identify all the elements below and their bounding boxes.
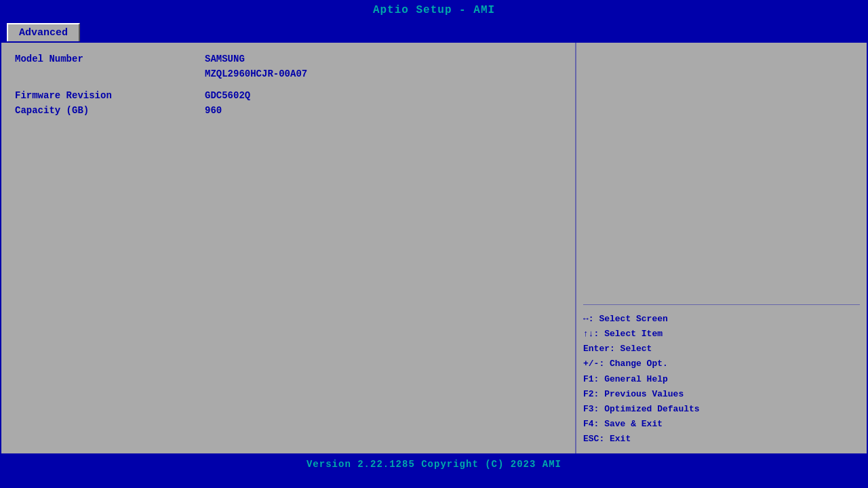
firmware-revision-value: GDC5602Q <box>205 90 250 101</box>
help-line-4: F1: General Help <box>583 372 860 387</box>
help-line-2: Enter: Select <box>583 342 860 357</box>
bios-footer: Version 2.22.1285 Copyright (C) 2023 AMI <box>0 455 868 475</box>
help-line-7: F4: Save & Exit <box>583 417 860 432</box>
help-line-6: F3: Optimized Defaults <box>583 402 860 417</box>
help-line-5: F2: Previous Values <box>583 387 860 402</box>
help-line-8: ESC: Exit <box>583 432 860 447</box>
capacity-label: Capacity (GB) <box>15 105 205 116</box>
model-number-row2: MZQL2960HCJR-00A07 <box>15 68 561 79</box>
model-number-value-line1: SAMSUNG <box>205 54 245 64</box>
model-number-row: Model Number SAMSUNG <box>15 54 561 64</box>
main-content: Model Number SAMSUNG MZQL2960HCJR-00A07 … <box>0 41 868 455</box>
capacity-value: 960 <box>205 105 222 116</box>
help-line-0: ↔: Select Screen <box>583 312 860 327</box>
firmware-revision-row: Firmware Revision GDC5602Q <box>15 90 561 101</box>
right-panel: ↔: Select Screen ↑↓: Select Item Enter: … <box>576 43 867 453</box>
model-number-group: Model Number SAMSUNG MZQL2960HCJR-00A07 <box>15 54 561 79</box>
header-title: Aptio Setup - AMI <box>373 4 495 16</box>
firmware-revision-group: Firmware Revision GDC5602Q Capacity (GB)… <box>15 90 561 116</box>
model-number-label: Model Number <box>15 54 205 64</box>
tab-bar: Advanced <box>0 20 868 41</box>
model-number-value-line2: MZQL2960HCJR-00A07 <box>205 68 307 79</box>
help-line-3: +/-: Change Opt. <box>583 357 860 371</box>
model-number-label2 <box>15 68 205 79</box>
help-section: ↔: Select Screen ↑↓: Select Item Enter: … <box>583 304 860 447</box>
bios-header: Aptio Setup - AMI <box>0 0 868 20</box>
footer-text: Version 2.22.1285 Copyright (C) 2023 AMI <box>307 459 561 470</box>
firmware-revision-label: Firmware Revision <box>15 90 205 101</box>
capacity-row: Capacity (GB) 960 <box>15 105 561 116</box>
help-line-1: ↑↓: Select Item <box>583 327 860 342</box>
left-panel: Model Number SAMSUNG MZQL2960HCJR-00A07 … <box>1 43 576 453</box>
tab-advanced[interactable]: Advanced <box>7 23 80 41</box>
